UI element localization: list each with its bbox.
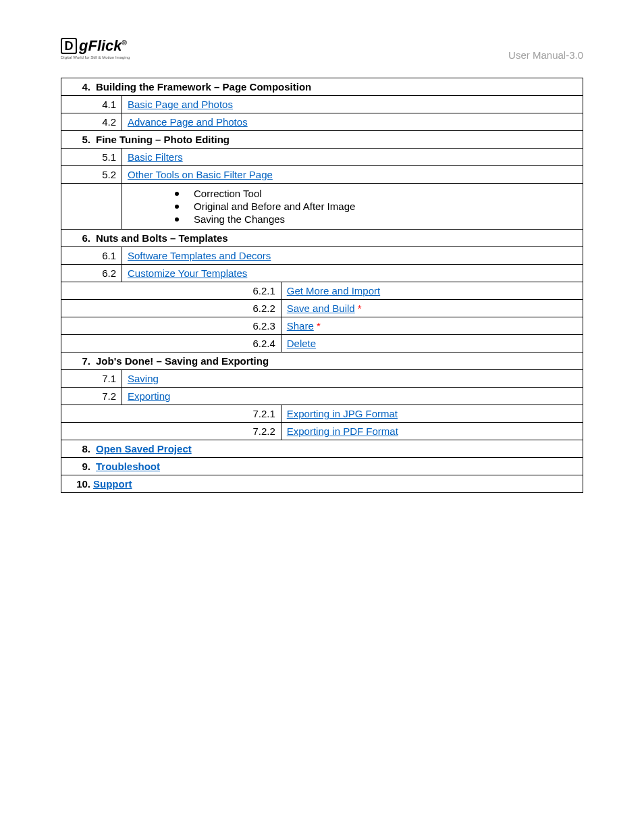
- link-open-saved-project[interactable]: Open Saved Project: [96, 443, 192, 454]
- toc-row-6-2-1: 6.2.1 Get More and Import: [61, 282, 583, 300]
- toc-row-5-2-bullets: Correction Tool Original and Before and …: [61, 184, 583, 230]
- link-save-and-build[interactable]: Save and Build: [287, 303, 355, 314]
- logo: D gFlick® Digital World for Still & Moti…: [61, 37, 130, 59]
- toc-section-6: 6.Nuts and Bolts – Templates: [61, 230, 583, 247]
- logo-text: gFlick®: [79, 37, 127, 55]
- toc-section-7: 7.Job's Done! – Saving and Exporting: [61, 353, 583, 370]
- link-advance-page-and-photos[interactable]: Advance Page and Photos: [128, 116, 248, 128]
- bullet-icon: [175, 192, 179, 196]
- toc-row-6-2: 6.2 Customize Your Templates: [61, 265, 583, 282]
- asterisk-icon: *: [355, 303, 362, 314]
- logo-registered-icon: ®: [122, 39, 127, 47]
- toc-section-8: 8.Open Saved Project: [61, 440, 583, 458]
- logo-subtitle: Digital World for Still & Motion Imaging: [61, 55, 130, 59]
- toc-row-6-2-3: 6.2.3 Share *: [61, 317, 583, 335]
- asterisk-icon: *: [314, 320, 321, 332]
- bullet-icon: [175, 217, 179, 221]
- link-saving[interactable]: Saving: [128, 373, 159, 384]
- toc-row-7-2-1: 7.2.1 Exporting in JPG Format: [61, 405, 583, 423]
- link-exporting[interactable]: Exporting: [128, 390, 170, 402]
- toc-section-9: 9.Troubleshoot: [61, 458, 583, 475]
- toc-row-5-1: 5.1 Basic Filters: [61, 149, 583, 166]
- toc-row-4-2: 4.2 Advance Page and Photos: [61, 113, 583, 131]
- link-delete[interactable]: Delete: [287, 338, 316, 349]
- bullet-saving-changes: Saving the Changes: [175, 213, 577, 225]
- link-customize-your-templates[interactable]: Customize Your Templates: [128, 267, 247, 279]
- toc-row-4-1: 4.1 Basic Page and Photos: [61, 96, 583, 113]
- page-header: D gFlick® Digital World for Still & Moti…: [61, 37, 583, 61]
- toc-row-7-1: 7.1 Saving: [61, 370, 583, 388]
- toc-row-6-2-4: 6.2.4 Delete: [61, 335, 583, 353]
- link-basic-page-and-photos[interactable]: Basic Page and Photos: [128, 99, 233, 110]
- link-software-templates-decors[interactable]: Software Templates and Decors: [128, 250, 271, 261]
- link-exporting-pdf[interactable]: Exporting in PDF Format: [287, 425, 398, 437]
- logo-d-icon: D: [61, 38, 77, 54]
- link-share[interactable]: Share: [287, 320, 314, 332]
- toc-row-6-1: 6.1 Software Templates and Decors: [61, 247, 583, 265]
- bullet-correction-tool: Correction Tool: [175, 188, 577, 199]
- toc-section-5: 5.Fine Tuning – Photo Editing: [61, 131, 583, 149]
- link-support[interactable]: Support: [93, 478, 132, 490]
- bullet-icon: [175, 205, 179, 209]
- manual-version: User Manual-3.0: [508, 37, 583, 61]
- link-get-more-and-import[interactable]: Get More and Import: [287, 285, 380, 296]
- toc-row-6-2-2: 6.2.2 Save and Build *: [61, 300, 583, 317]
- toc-section-10: 10.Support: [61, 475, 583, 493]
- link-troubleshoot[interactable]: Troubleshoot: [96, 461, 160, 472]
- link-other-tools-basic-filter[interactable]: Other Tools on Basic Filter Page: [128, 169, 273, 180]
- toc-row-7-2: 7.2 Exporting: [61, 388, 583, 405]
- toc-row-5-2: 5.2 Other Tools on Basic Filter Page: [61, 166, 583, 184]
- toc-section-4: 4.Building the Framework – Page Composit…: [61, 78, 583, 96]
- link-basic-filters[interactable]: Basic Filters: [128, 151, 183, 163]
- table-of-contents: 4.Building the Framework – Page Composit…: [61, 78, 583, 493]
- toc-row-7-2-2: 7.2.2 Exporting in PDF Format: [61, 423, 583, 440]
- link-exporting-jpg[interactable]: Exporting in JPG Format: [287, 408, 398, 419]
- bullet-original-before-after: Original and Before and After Image: [175, 201, 577, 212]
